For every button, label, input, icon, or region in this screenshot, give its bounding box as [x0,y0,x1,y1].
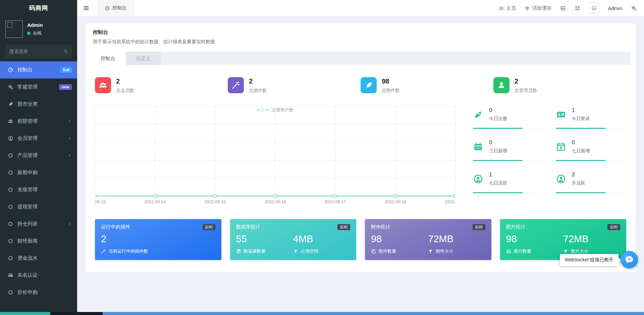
realtime-cards-row: 运行中的插件 实时 2 当前运行中的插件数 数据库统计 实时 [92,219,629,260]
chart-x-axis: 09-132022-09-142022-09-152022-09-162022-… [95,199,455,206]
card-title: 附件统计 [371,224,390,230]
dashboard-panel: 控制台 用于展示当前系统中的统计数据、统计报表及重要实时数据 控制台 自定义 2… [86,23,636,272]
hot-badge: hot [60,67,72,73]
realtime-badge: 实时 [337,224,350,230]
users-icon [99,81,107,90]
stat-value: 2 [116,77,134,85]
settings-gears-icon[interactable] [631,5,637,11]
circle-icon [8,153,13,158]
card-metric-label: 图片数量 [514,248,531,254]
filter-icon [428,249,433,254]
clear-cache-button[interactable]: 清除缓存 [525,5,551,11]
sidebar-item-members[interactable]: 会员管理 [0,130,77,147]
stat-total-plugins: 2 总插件数 [228,77,361,94]
mini-stat-3day-new: 0 三日新增 [473,137,542,161]
circle-icon [8,290,13,295]
sidebar-item-label: 权限管理 [17,118,38,124]
registered-users-chart: 注册用户数 09-132022-09-142022-09-152022-09-1… [95,105,455,206]
chat-button[interactable] [621,251,638,268]
card-value: 98 [506,233,563,245]
chat-bubble-icon [624,255,634,265]
card-title: 图片统计 [506,224,526,230]
card-value: 55 [236,233,293,245]
broken-image-icon[interactable] [560,5,566,11]
user-circle-icon [8,136,13,141]
broken-image-icon [7,22,12,28]
circle-icon [8,170,13,175]
leaf-icon [8,101,13,107]
database-stats-card: 数据库统计 实时 55 数据表数量 4MB 占用空间 [230,219,357,260]
id-card-icon [556,109,566,120]
sidebar-item-products[interactable]: 产品管理 [0,147,77,164]
username[interactable]: Admin [608,5,622,11]
tab-label: 控制台 [112,5,126,11]
home-icon [499,6,504,11]
sidebar-item-label: 会员管理 [17,135,38,142]
mini-stats-grid: 0 今日注册 1 今日登录 0 [473,105,624,206]
menu-toggle-icon[interactable] [83,5,90,11]
sidebar-item-stock-category[interactable]: 股市分类 [0,96,77,113]
user-status-label: 在线 [33,30,42,36]
scrollbar-thumb[interactable] [50,312,103,315]
sidebar-item-dashboard[interactable]: 控制台 hot [0,61,77,78]
horizontal-scrollbar[interactable] [0,312,644,315]
sidebar-item-label: 实名认证 [17,272,38,278]
circle-icon [8,204,13,210]
panel-tabbar: 控制台 自定义 [91,52,631,65]
card-metric-label: 附件大小 [436,248,453,254]
mini-stat-today-login: 1 今日登录 [556,105,625,128]
sidebar-item-recharge[interactable]: 充值管理 [0,181,77,198]
tab-custom[interactable]: 自定义 [126,52,161,65]
circle-icon [8,255,13,261]
running-plugins-card: 运行中的插件 实时 2 当前运行中的插件数 [95,219,221,260]
brand-title: 码商网 [0,0,77,16]
mini-stat-7day-new: 0 七日新增 [556,137,625,161]
chevron-left-icon [67,153,72,158]
sidebar-item-label: 新股申购 [17,169,38,176]
search-input[interactable] [5,45,72,58]
card-value: 72MB [428,233,485,245]
sidebar-item-finance-news[interactable]: 财经新闻 [0,232,77,250]
sidebar-item-fund-flow[interactable]: 资金流水 [0,250,77,267]
circle-icon [8,238,13,244]
stat-label: 总会员数 [116,88,134,94]
clear-cache-label: 清除缓存 [532,5,551,11]
search-icon [63,49,68,54]
card-title: 数据库统计 [236,224,261,230]
chevron-left-icon [67,119,72,123]
sidebar-item-discount[interactable]: 折价申购 [0,284,77,301]
calendar-icon [473,142,483,152]
card-title: 运行中的插件 [101,224,130,230]
sidebar-item-label: 财经新闻 [17,238,38,244]
sidebar-item-label: 产品管理 [17,152,38,159]
card-metric-label: 占用空间 [301,248,318,254]
stat-value: 2 [249,77,267,85]
stat-value: 2 [515,77,537,85]
stat-total-admins: 2 总管理员数 [493,77,626,94]
sidebar-item-general[interactable]: 常规管理 new [0,78,77,96]
tab-console[interactable]: 控制台 [91,52,125,65]
home-link[interactable]: 主页 [499,5,516,11]
sidebar-item-auth[interactable]: 权限管理 [0,113,77,130]
attachment-stats-card: 附件统计 实时 98 附件数量 72MB 附件大小 [365,219,491,260]
user-avatar[interactable] [589,3,599,13]
sidebar-item-realname[interactable]: 实名认证 [0,267,77,284]
calendar-plus-icon [556,142,566,152]
stat-total-attachments: 98 总附件数 [361,77,493,94]
sidebar-item-label: 常规管理 [17,84,38,90]
tab-dashboard[interactable]: 控制台 [97,0,134,16]
home-label: 主页 [506,5,516,11]
rocket-icon [473,109,483,120]
sidebar-item-label: 资金流水 [17,255,38,261]
users-icon [8,118,13,124]
gauge-icon [8,67,13,73]
mini-stat-today-register: 0 今日注册 [473,105,542,128]
chevron-left-icon [67,136,72,141]
sidebar-item-ipo[interactable]: 新股申购 [0,164,77,181]
sidebar-item-positions[interactable]: 持仓列表 [0,215,77,232]
mini-stat-month-active: 2 月活跃 [556,169,625,193]
sidebar-item-withdraw[interactable]: 提现管理 [0,198,77,215]
fullscreen-icon[interactable] [575,5,580,11]
card-metric-label: 附件数量 [379,248,396,254]
online-dot-icon [27,32,31,35]
